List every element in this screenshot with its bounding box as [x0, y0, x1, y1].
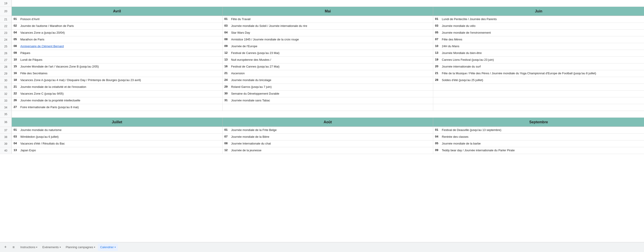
event-text: Soldes d'été (jusqu'au 25 juillet) — [442, 78, 483, 82]
event-text: Ascension — [231, 71, 245, 75]
event-text: Teddy bear day / Journée internationale … — [442, 148, 514, 152]
day-number: 02 — [14, 24, 18, 27]
event-cell: 04Vacances Zone a (jusqu'au 20/04) — [12, 29, 222, 36]
sheet-tab[interactable]: Calendrier▾ — [98, 244, 118, 251]
event-cell: 31Journée mondiale sans Tabac — [222, 97, 434, 104]
row-number: 32 — [0, 91, 12, 97]
tabs-container: Instructions▾Evénements▾Planning campagn… — [18, 244, 118, 251]
event-cell — [433, 97, 644, 104]
day-number: 09 — [435, 148, 440, 152]
event-cell: 05Journée mondiale de l'environnement — [433, 29, 644, 36]
day-number: 24 — [224, 78, 229, 81]
row-number: 25 — [0, 43, 12, 50]
event-text: Journée mondiale de la propriété intelle… — [20, 98, 80, 102]
day-number: 03 — [224, 24, 229, 27]
event-cell: 05Journée mondiale de la barbe — [433, 140, 644, 147]
row-number: 34 — [0, 104, 12, 111]
sheet-tab[interactable]: Instructions▾ — [18, 244, 40, 251]
table-row: 2916Fête des Secrétaires21Ascension21Fêt… — [0, 70, 644, 77]
row-number: 33 — [0, 97, 12, 104]
event-cell: 28Soldes d'été (jusqu'au 25 juillet) — [433, 77, 644, 84]
event-text: Journée mondiale du Soleil / Journée int… — [231, 24, 307, 28]
day-number: 19 — [435, 58, 440, 61]
table-row: 2304Vacances Zone a (jusqu'au 20/04)04St… — [0, 29, 644, 36]
event-text: Marathon de Paris — [20, 37, 44, 41]
event-text: Journée Mondiale de l'art / Vacances Zon… — [20, 65, 99, 69]
event-cell: 01Lundi de Pentecôte / Journée des Paren… — [433, 16, 644, 22]
event-cell: 01Journée mondiale de la Frite Belge — [222, 127, 434, 133]
table-row: 3121Journée mondiale de la créativité et… — [0, 84, 644, 91]
event-text: Vacances Zone A (jusqu'au 4 mai) / Disqu… — [20, 78, 141, 82]
day-number: 20 — [435, 65, 440, 68]
chevron-down-icon: ▾ — [114, 246, 116, 249]
table-row: 3326Journée mondiale de la propriété int… — [0, 97, 644, 104]
day-number: 21 — [435, 71, 440, 75]
event-text: Pâques — [20, 51, 30, 55]
event-cell: 29Roland Garros (jusqu'au 7 juin) — [222, 84, 434, 90]
row-number: 22 — [0, 23, 12, 29]
table-row: 3018Vacances Zone A (jusqu'au 4 mai) / D… — [0, 77, 644, 84]
event-text: Fête de la Musique / Fête des Pères / Jo… — [442, 71, 596, 75]
day-number: 09 — [14, 51, 18, 54]
event-cell: 07Journée mondiale de la Bière — [222, 134, 434, 140]
event-text: Journée mondiale de la Bière — [231, 135, 269, 139]
table-row: 35 — [0, 111, 644, 118]
event-cell: 09Teddy bear day / Journée international… — [433, 147, 644, 154]
row-number: 19 — [0, 0, 12, 6]
event-cell — [222, 104, 434, 111]
event-text: Journée mondiale de l'environnement — [442, 31, 490, 35]
table-row: 3701Journée mondiale du naturisme01Journ… — [0, 127, 644, 134]
event-cell: 03Wimbledon (jusqu'au 6 juillet) — [12, 134, 222, 140]
event-text: Lundi de Pentecôte / Journée des Parents — [442, 17, 497, 21]
day-number: 27 — [14, 105, 18, 109]
event-text: Roland Garros (jusqu'au 7 juin) — [231, 85, 272, 89]
event-cell: 08Armistice 1945 / Journée mondiale de l… — [222, 36, 434, 43]
sheet-tab[interactable]: Planning campagnes▾ — [64, 244, 98, 251]
row-number: 37 — [0, 127, 12, 133]
event-text: Festival de Deauville (jusqu'au 13 septe… — [442, 128, 501, 132]
event-cell: 21Journée mondiale de la créativité et d… — [12, 84, 222, 90]
sheet-tab[interactable]: Evénements▾ — [40, 244, 63, 251]
month-header: Juin — [433, 7, 644, 16]
day-number: 16 — [224, 65, 229, 68]
event-cell: 24Journée mondiale du bricolage — [222, 77, 434, 84]
day-number: 09 — [224, 44, 229, 48]
table-row: 4013Japan Expo12Journée de la jeunesse09… — [0, 147, 644, 154]
chevron-down-icon: ▾ — [60, 246, 61, 249]
sheets-menu-button[interactable]: ≡ — [10, 244, 17, 251]
add-sheet-button[interactable]: + — [2, 244, 9, 251]
row-number: 30 — [0, 77, 12, 84]
day-number: 10 — [435, 44, 440, 48]
event-cell — [433, 104, 644, 111]
event-text: Vacances d'été / Résultats du Bac — [20, 142, 65, 146]
day-number: 10 — [14, 58, 18, 61]
day-number: 01 — [435, 17, 440, 20]
event-cell: 03Journée mondiale du Soleil / Journée i… — [222, 23, 434, 29]
event-text: Journée de la jeunesse — [231, 148, 262, 152]
event-cell: 20Journée internationale du surf — [433, 63, 644, 70]
event-text: Journée de l'Europe — [231, 44, 257, 48]
row-number: 38 — [0, 134, 12, 140]
day-number: 30 — [224, 92, 229, 95]
day-number: 13 — [14, 148, 18, 152]
day-number: 04 — [224, 31, 229, 34]
event-text: Rentrée des classes — [442, 135, 468, 139]
day-number: 07 — [435, 37, 440, 41]
event-text: Star Wars Day — [231, 31, 250, 35]
event-cell: 12Journée de la jeunesse — [222, 147, 434, 154]
event-cell: 16Fête des Secrétaires — [12, 70, 222, 77]
month-header: Juillet — [12, 118, 222, 127]
event-text[interactable]: Anniversaire de Clément Bernard — [20, 44, 64, 48]
table-row: 2710Lundi de Pâques13Nuit européenne des… — [0, 57, 644, 63]
event-text: Vacances Zone C (jusqu'au 9/05) — [20, 92, 64, 96]
table-row: 3904Vacances d'été / Résultats du Bac08J… — [0, 140, 644, 147]
tab-label: Evénements — [42, 246, 58, 249]
event-text: Armistice 1945 / Journée mondiale de la … — [231, 37, 299, 41]
event-cell: 21Fête de la Musique / Fête des Pères / … — [433, 70, 644, 77]
event-cell: 04Star Wars Day — [222, 29, 434, 36]
event-cell: 30Semaine du Développement Durable — [222, 91, 434, 97]
month-header: Avril — [12, 7, 222, 16]
event-text: Vacances Zone a (jusqu'au 20/04) — [20, 31, 65, 35]
event-text: Festival de Cannes (jusqu'au 27 Mai) — [231, 65, 280, 69]
day-number: 05 — [14, 37, 18, 41]
